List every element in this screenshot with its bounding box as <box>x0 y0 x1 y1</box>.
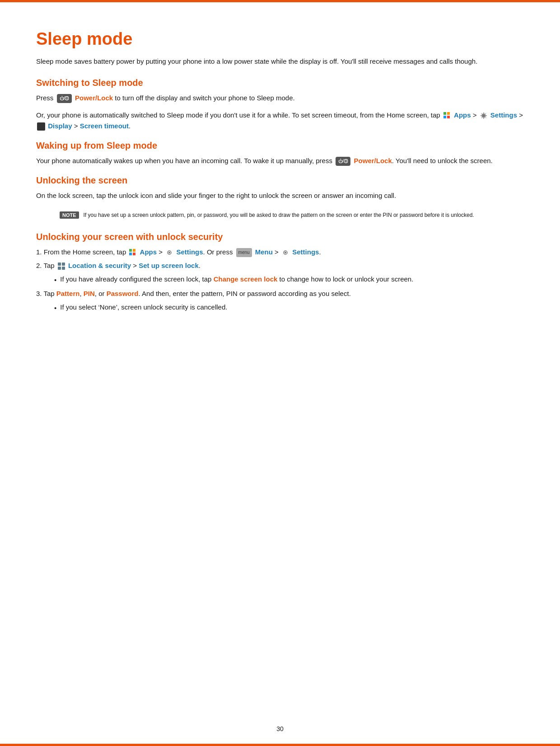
change-screen-lock-label: Change screen lock <box>214 275 278 283</box>
screen-timeout-label: Screen timeout <box>80 122 129 130</box>
svg-rect-0 <box>443 112 446 115</box>
switching-para1: Press ⏻/⏼ Power/Lock to turn off the dis… <box>36 93 524 103</box>
display-label: Display <box>48 122 72 130</box>
note-box: NOTE If you have set up a screen unlock … <box>54 207 524 223</box>
page-footer: 30 <box>0 725 560 732</box>
waking-para1: Your phone automatically wakes up when y… <box>36 155 524 166</box>
svg-point-6 <box>483 115 485 117</box>
svg-rect-17 <box>58 267 61 270</box>
bottom-border <box>0 744 560 746</box>
section-title-waking: Waking up from Sleep mode <box>36 141 524 151</box>
menu-label: Menu <box>255 248 273 256</box>
note-text: If you have set up a screen unlock patte… <box>84 211 474 219</box>
apps-icon-1 <box>443 112 451 120</box>
svg-rect-3 <box>447 116 450 118</box>
svg-rect-8 <box>133 249 135 252</box>
password-label: Password <box>107 290 139 297</box>
settings-icon-2 <box>165 249 173 257</box>
apps-label-1: Apps <box>454 111 471 119</box>
svg-rect-9 <box>129 253 132 255</box>
svg-rect-18 <box>62 267 65 270</box>
svg-rect-7 <box>129 249 132 252</box>
bullet-item-1: • If you have already configured the scr… <box>54 274 524 286</box>
bullet-text-2: If you select ‘None’, screen unlock secu… <box>60 302 227 314</box>
svg-point-12 <box>168 252 170 253</box>
menu-icon: menu <box>236 248 252 257</box>
location-security-label: Location & security <box>68 262 131 269</box>
page-title: Sleep mode <box>36 29 524 49</box>
bullet-dot-2: • <box>54 303 56 314</box>
note-label: NOTE <box>60 211 79 219</box>
section-waking: Waking up from Sleep mode Your phone aut… <box>36 141 524 166</box>
section-unlocking-security: Unlocking your screen with unlock securi… <box>36 232 524 314</box>
section-switching: Switching to Sleep mode Press ⏻/⏼ Power/… <box>36 78 524 131</box>
settings-icon-1 <box>480 112 488 120</box>
display-icon-1 <box>37 122 45 131</box>
unlocking-screen-para1: On the lock screen, tap the unlock icon … <box>36 190 524 201</box>
step-2: 2. Tap Location & security > Set up scre… <box>36 260 524 271</box>
bullet-item-2: • If you select ‘None’, screen unlock se… <box>54 302 524 314</box>
apps-icon-2 <box>129 249 137 257</box>
bullet-dot-1: • <box>54 275 56 286</box>
settings-label-3: Settings <box>292 248 319 256</box>
svg-rect-15 <box>58 263 61 266</box>
section-title-unlocking-screen: Unlocking the screen <box>36 175 524 186</box>
set-up-screen-lock-label: Set up screen lock <box>139 262 199 269</box>
settings-label-1: Settings <box>490 111 517 119</box>
apps-label-2: Apps <box>140 248 157 256</box>
section-title-unlocking-security: Unlocking your screen with unlock securi… <box>36 232 524 242</box>
power-lock-icon-2: ⏻/⏼ <box>336 157 350 166</box>
section-unlocking-screen: Unlocking the screen On the lock screen,… <box>36 175 524 223</box>
svg-rect-16 <box>62 263 65 266</box>
step-3: 3. Tap Pattern, PIN, or Password. And th… <box>36 288 524 299</box>
intro-paragraph: Sleep mode saves battery power by puttin… <box>36 56 524 67</box>
svg-point-14 <box>285 252 286 253</box>
settings-icon-3 <box>281 249 289 257</box>
power-lock-label-1: Power/Lock <box>75 94 113 102</box>
pattern-label: Pattern <box>56 290 80 297</box>
svg-rect-2 <box>443 116 446 118</box>
location-icon <box>57 262 65 270</box>
switching-para2: Or, your phone is automatically switched… <box>36 110 524 131</box>
settings-label-2: Settings <box>176 248 203 256</box>
power-lock-label-2: Power/Lock <box>354 157 392 164</box>
svg-rect-1 <box>447 112 450 115</box>
pin-label: PIN <box>84 290 95 297</box>
page-number: 30 <box>276 725 284 732</box>
power-lock-icon-1: ⏻/⏼ <box>57 94 72 103</box>
top-border <box>0 0 560 2</box>
bullet-text-1: If you have already configured the scree… <box>60 274 413 286</box>
svg-rect-10 <box>133 253 135 255</box>
step-1: 1. From the Home screen, tap Apps > Sett… <box>36 247 524 258</box>
section-title-switching: Switching to Sleep mode <box>36 78 524 88</box>
